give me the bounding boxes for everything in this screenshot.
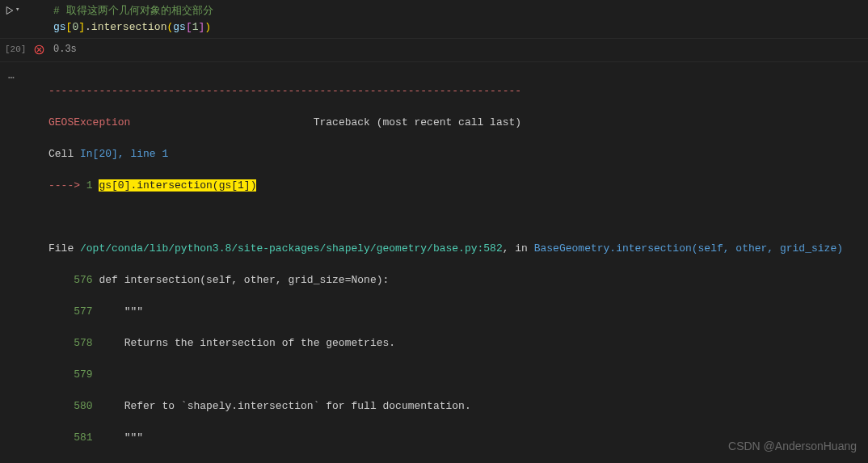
execution-count: [20]	[5, 43, 29, 57]
execution-time: 0.3s	[48, 42, 77, 57]
code-editor[interactable]: # 取得这两个几何对象的相交部分 gs[0].intersection(gs[1…	[48, 3, 868, 35]
execution-status-row: [20] 0.3s	[0, 39, 868, 62]
code-comment: # 取得这两个几何对象的相交部分	[53, 3, 868, 19]
ellipsis-icon: ⋯	[8, 70, 15, 463]
run-cell-button[interactable]: ▾	[5, 3, 29, 16]
svg-marker-0	[6, 6, 13, 14]
play-icon	[5, 6, 15, 15]
code-cell: ▾ # 取得这两个几何对象的相交部分 gs[0].intersection(gs…	[0, 0, 868, 39]
error-icon	[29, 44, 48, 55]
code-line: gs[0].intersection(gs[1])	[53, 19, 868, 36]
watermark: CSDN @AndersonHuang	[728, 438, 857, 455]
traceback-output[interactable]: ----------------------------------------…	[24, 67, 868, 463]
cell-output: ⋯ --------------------------------------…	[0, 62, 868, 463]
output-options-button[interactable]: ⋯	[0, 67, 24, 463]
